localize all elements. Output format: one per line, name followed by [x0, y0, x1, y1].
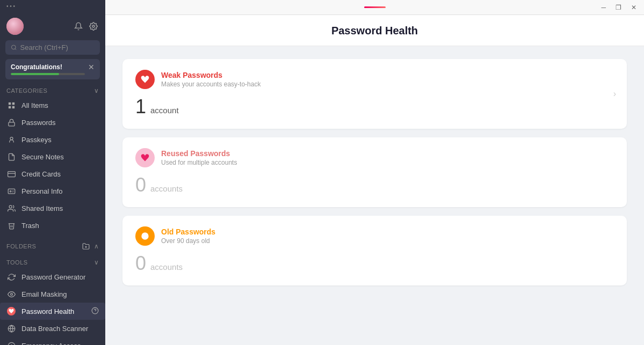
minimize-button[interactable]: ─: [598, 3, 609, 12]
card-title: Old Passwords: [161, 227, 614, 236]
svg-rect-5: [8, 106, 10, 108]
sidebar-item-label: Emergency Access: [21, 342, 81, 346]
weak-passwords-card[interactable]: Weak Passwords Makes your accounts easy-…: [122, 59, 627, 129]
sidebar-item-secure-notes[interactable]: Secure Notes: [0, 148, 105, 165]
password-health-help-button[interactable]: [91, 307, 99, 316]
sidebar-item-email-masking[interactable]: Email Masking: [0, 285, 105, 303]
sidebar-item-label: Password Generator: [21, 273, 85, 281]
reused-passwords-card: Reused Passwords Used for multiple accou…: [122, 137, 627, 207]
data-breach-scanner-icon: [6, 324, 16, 333]
notif-content: Congratulations!: [11, 63, 85, 75]
card-header: Reused Passwords Used for multiple accou…: [135, 148, 614, 167]
titlebar: ─ ❐ ✕: [105, 0, 644, 15]
tools-section-header: Tools ∨: [0, 255, 105, 268]
notif-close-button[interactable]: ✕: [88, 63, 95, 71]
count-number: 1: [135, 96, 146, 118]
page-title: Password Health: [118, 25, 631, 37]
sidebar-item-label: Password Health: [21, 307, 74, 315]
svg-point-13: [9, 205, 12, 208]
card-subtitle: Makes your accounts easy-to-hack: [161, 80, 614, 88]
folders-label: Folders: [6, 243, 36, 249]
notifications-button[interactable]: [73, 21, 84, 32]
sidebar-item-label: Credit Cards: [21, 170, 61, 178]
svg-point-8: [10, 137, 13, 140]
tools-section: Tools ∨ Password Generator Email Masking…: [0, 255, 105, 345]
old-passwords-card: Old Passwords Over 90 days old 0 account…: [122, 216, 627, 285]
close-button[interactable]: ✕: [628, 3, 640, 12]
sidebar-item-label: Trash: [21, 222, 39, 230]
categories-section-header: Categories ∨: [0, 84, 105, 97]
sidebar-item-data-breach-scanner[interactable]: Data Breach Scanner: [0, 320, 105, 337]
emergency-access-icon: [6, 341, 16, 345]
svg-line-2: [15, 49, 16, 50]
passwords-icon: [6, 118, 16, 127]
sidebar: • • •: [0, 0, 105, 345]
sidebar-item-label: Data Breach Scanner: [21, 325, 88, 333]
card-title: Weak Passwords: [161, 71, 614, 79]
main-content: ─ ❐ ✕ Password Health Weak Passwords Mak…: [105, 0, 644, 345]
sidebar-item-label: Shared Items: [21, 204, 63, 212]
count-label: accounts: [150, 262, 183, 271]
trash-icon: [6, 221, 16, 230]
card-count-row: 1 account: [135, 93, 614, 118]
sidebar-top: [0, 12, 105, 40]
svg-point-1: [11, 45, 16, 49]
svg-rect-3: [8, 102, 10, 104]
email-masking-icon: [6, 289, 16, 299]
count-label: accounts: [150, 184, 183, 193]
notif-progress-fill: [11, 73, 59, 75]
sidebar-item-emergency-access[interactable]: Emergency Access: [0, 337, 105, 345]
old-passwords-icon: [135, 226, 155, 246]
folders-toggle[interactable]: ∧: [94, 243, 99, 250]
categories-toggle[interactable]: ∨: [94, 87, 99, 94]
card-count-row: 0 accounts: [135, 250, 614, 275]
tab-indicator: [364, 6, 386, 8]
tools-label: Tools: [6, 259, 28, 266]
sidebar-item-trash[interactable]: Trash: [0, 217, 105, 234]
sidebar-item-all-items[interactable]: All Items: [0, 97, 105, 114]
sidebar-item-shared-items[interactable]: Shared Items: [0, 200, 105, 217]
card-text-group: Weak Passwords Makes your accounts easy-…: [161, 71, 614, 88]
drag-handle: • • •: [0, 0, 105, 12]
sidebar-item-label: Email Masking: [21, 290, 67, 298]
settings-button[interactable]: [88, 21, 99, 32]
sidebar-item-passkeys[interactable]: Passkeys: [0, 131, 105, 148]
card-header: Weak Passwords Makes your accounts easy-…: [135, 70, 614, 89]
credit-cards-icon: [6, 169, 16, 179]
sidebar-item-label: Personal Info: [21, 187, 63, 195]
svg-point-16: [10, 293, 12, 295]
card-subtitle: Used for multiple accounts: [161, 159, 614, 166]
search-input[interactable]: [20, 43, 95, 52]
svg-rect-9: [8, 171, 15, 177]
sidebar-item-label: Passkeys: [21, 136, 52, 144]
sidebar-item-personal-info[interactable]: Personal Info: [0, 182, 105, 200]
password-generator-icon: [6, 272, 16, 282]
sidebar-item-password-generator[interactable]: Password Generator: [0, 268, 105, 285]
sidebar-item-passwords[interactable]: Passwords: [0, 114, 105, 131]
svg-point-12: [10, 190, 11, 192]
folders-section-header: Folders ∧: [0, 238, 105, 253]
sidebar-item-credit-cards[interactable]: Credit Cards: [0, 165, 105, 182]
avatar[interactable]: [6, 18, 24, 35]
count-number: 0: [135, 252, 146, 275]
content-area: Weak Passwords Makes your accounts easy-…: [105, 46, 644, 345]
card-text-group: Reused Passwords Used for multiple accou…: [161, 149, 614, 166]
notif-progress-bar-container: [11, 73, 85, 75]
svg-point-0: [92, 25, 95, 27]
card-subtitle: Over 90 days old: [161, 237, 614, 245]
page-title-bar: Password Health: [105, 15, 644, 46]
maximize-button[interactable]: ❐: [612, 3, 625, 12]
secure-notes-icon: [6, 152, 16, 162]
shared-items-icon: [6, 203, 16, 213]
add-folder-button[interactable]: [81, 241, 91, 251]
tools-toggle[interactable]: ∨: [94, 259, 99, 266]
card-count-row: 0 accounts: [135, 172, 614, 196]
card-text-group: Old Passwords Over 90 days old: [161, 227, 614, 245]
sidebar-item-password-health[interactable]: Password Health: [0, 303, 105, 320]
notif-title: Congratulations!: [11, 63, 85, 71]
svg-rect-4: [12, 102, 14, 104]
search-bar[interactable]: [5, 40, 100, 55]
svg-rect-7: [8, 122, 14, 126]
sidebar-item-label: Secure Notes: [21, 153, 64, 161]
card-header: Old Passwords Over 90 days old: [135, 226, 614, 246]
